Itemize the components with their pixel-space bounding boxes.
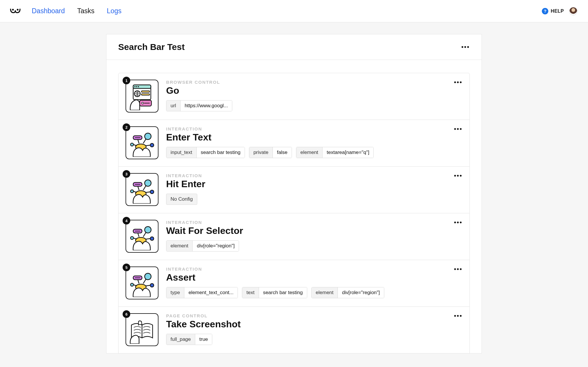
task-step[interactable]: 4 INTERACTIONWait For Selectorelementdiv… xyxy=(118,213,470,260)
param-pair[interactable]: elementdiv[role="region"] xyxy=(166,240,239,252)
svg-line-41 xyxy=(143,232,146,237)
svg-point-13 xyxy=(145,133,151,140)
svg-rect-3 xyxy=(133,85,151,88)
step-body: PAGE CONTROLTake Screenshotfull_pagetrue xyxy=(166,313,462,346)
panel-more-menu[interactable]: ••• xyxy=(461,43,470,51)
help-icon: ? xyxy=(542,8,548,14)
svg-line-30 xyxy=(146,192,150,192)
step-title: Go xyxy=(166,85,462,96)
panel-header: Search Bar Test ••• xyxy=(106,34,482,60)
svg-line-21 xyxy=(143,139,146,143)
step-number-badge: 1 xyxy=(123,77,130,84)
interaction-icon xyxy=(126,126,158,159)
step-icon-wrap: 4 xyxy=(126,220,158,253)
step-icon-wrap: 6 xyxy=(126,313,158,346)
step-params: typeelement_text_cont...textsearch bar t… xyxy=(166,287,462,298)
svg-point-5 xyxy=(136,86,137,87)
param-value: element_text_cont... xyxy=(184,287,238,298)
book-icon xyxy=(126,313,158,346)
step-more-menu[interactable]: ••• xyxy=(454,172,462,180)
svg-point-23 xyxy=(145,180,151,186)
param-value: div[role="region"] xyxy=(338,287,384,298)
param-pair[interactable]: typeelement_text_cont... xyxy=(166,287,238,298)
svg-point-11 xyxy=(142,102,143,104)
task-step[interactable]: 5 INTERACTIONAsserttypeelement_text_cont… xyxy=(118,260,470,307)
param-pair[interactable]: full_pagetrue xyxy=(166,334,212,345)
task-step[interactable]: 2 INTERACTIONEnter Textinput_textsearch … xyxy=(118,120,470,167)
param-key: input_text xyxy=(166,147,197,158)
svg-point-4 xyxy=(134,86,136,87)
param-key: text xyxy=(242,287,259,298)
svg-point-36 xyxy=(131,237,133,239)
task-step[interactable]: 3 INTERACTIONHit EnterNo Config••• xyxy=(118,166,470,213)
param-value: textarea[name="q"] xyxy=(323,147,373,158)
step-number-badge: 5 xyxy=(123,264,130,271)
svg-rect-8 xyxy=(141,91,150,92)
svg-point-46 xyxy=(131,283,133,286)
step-more-menu[interactable]: ••• xyxy=(454,312,462,320)
svg-rect-9 xyxy=(141,94,150,95)
param-pair[interactable]: urlhttps://www.googl... xyxy=(166,100,232,111)
param-pair[interactable]: privatefalse xyxy=(249,147,292,158)
main: Search Bar Test ••• 1 BROWSER CONTROLGou… xyxy=(0,22,588,367)
step-category: PAGE CONTROL xyxy=(166,313,462,318)
step-params: input_textsearch bar testingprivatefalse… xyxy=(166,147,462,158)
step-body: BROWSER CONTROLGourlhttps://www.googl... xyxy=(166,80,462,113)
nav-dashboard[interactable]: Dashboard xyxy=(32,7,65,15)
task-panel: Search Bar Test ••• 1 BROWSER CONTROLGou… xyxy=(106,34,482,353)
steps-list: 1 BROWSER CONTROLGourlhttps://www.googl.… xyxy=(106,60,482,353)
step-category: BROWSER CONTROL xyxy=(166,80,462,85)
svg-point-26 xyxy=(131,190,133,193)
step-title: Take Screenshot xyxy=(166,319,462,330)
param-key: element xyxy=(312,287,338,298)
svg-point-33 xyxy=(145,227,151,233)
help-button[interactable]: ? HELP xyxy=(542,8,564,14)
step-params: elementdiv[role="region"] xyxy=(166,240,462,252)
step-icon-wrap: 1 xyxy=(126,80,158,113)
svg-line-32 xyxy=(138,187,139,190)
svg-point-17 xyxy=(150,143,154,147)
step-title: Assert xyxy=(166,272,462,283)
param-pair[interactable]: elementtextarea[name="q"] xyxy=(296,147,374,158)
browser-icon xyxy=(126,80,158,113)
step-number-badge: 4 xyxy=(123,217,130,224)
param-value: https://www.googl... xyxy=(181,100,232,111)
svg-point-47 xyxy=(150,284,154,287)
step-more-menu[interactable]: ••• xyxy=(454,125,462,133)
step-more-menu[interactable]: ••• xyxy=(454,78,462,86)
svg-line-40 xyxy=(146,239,150,239)
param-pair[interactable]: input_textsearch bar testing xyxy=(166,147,245,158)
page-title: Search Bar Test xyxy=(118,42,185,52)
step-params: No Config xyxy=(166,194,462,205)
svg-line-52 xyxy=(138,280,139,284)
step-title: Hit Enter xyxy=(166,179,462,190)
step-title: Enter Text xyxy=(166,132,462,143)
task-step[interactable]: 1 BROWSER CONTROLGourlhttps://www.googl.… xyxy=(118,73,470,120)
step-number-badge: 3 xyxy=(123,170,130,178)
task-step[interactable]: 6 PAGE CONTROLTake Screenshotfull_pagetr… xyxy=(118,306,470,353)
topbar-right: ? HELP xyxy=(542,7,577,15)
param-pair[interactable]: textsearch bar testing xyxy=(242,287,307,298)
interaction-icon xyxy=(126,220,158,253)
step-icon-wrap: 2 xyxy=(126,126,158,159)
param-value: div[role="region"] xyxy=(193,241,239,251)
step-more-menu[interactable]: ••• xyxy=(454,219,462,226)
param-noconfig: No Config xyxy=(166,194,197,205)
step-title: Wait For Selector xyxy=(166,225,462,236)
nav-logs[interactable]: Logs xyxy=(107,7,121,15)
svg-line-50 xyxy=(146,285,150,286)
step-more-menu[interactable]: ••• xyxy=(454,265,462,273)
param-pair[interactable]: elementdiv[role="region"] xyxy=(311,287,384,298)
svg-line-22 xyxy=(138,140,139,143)
param-key: url xyxy=(166,100,181,111)
param-key: element xyxy=(296,147,323,158)
svg-point-43 xyxy=(145,273,151,280)
app-logo[interactable] xyxy=(9,7,21,15)
nav-tasks[interactable]: Tasks xyxy=(77,7,95,15)
user-avatar[interactable] xyxy=(569,7,577,15)
step-category: INTERACTION xyxy=(166,267,462,272)
svg-line-20 xyxy=(146,145,150,146)
svg-line-31 xyxy=(143,185,146,190)
param-key: private xyxy=(249,147,273,158)
svg-point-27 xyxy=(150,190,154,194)
